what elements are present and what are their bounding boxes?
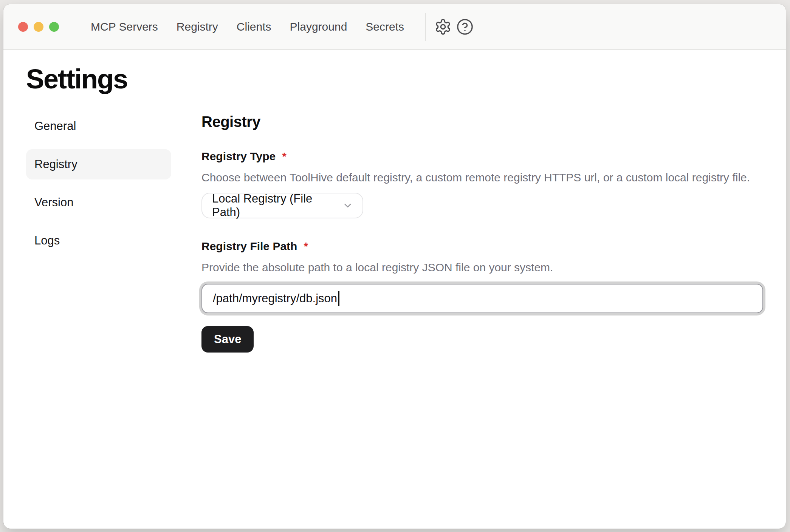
registry-file-path-label: Registry File Path * <box>201 240 763 253</box>
titlebar: MCP Servers Registry Clients Playground … <box>3 4 786 50</box>
traffic-lights <box>18 22 59 32</box>
sidebar-item-version[interactable]: Version <box>26 187 171 218</box>
registry-file-path-input[interactable]: /path/myregistry/db.json <box>201 284 763 313</box>
settings-sidebar: General Registry Version Logs <box>26 111 171 264</box>
page-title: Settings <box>26 63 763 95</box>
registry-file-path-field: Registry File Path * Provide the absolut… <box>201 240 763 314</box>
sidebar-item-registry[interactable]: Registry <box>26 149 171 179</box>
registry-type-select[interactable]: Local Registry (File Path) <box>201 193 363 218</box>
nav-divider <box>425 13 426 41</box>
required-asterisk: * <box>304 240 308 253</box>
window-close-button[interactable] <box>18 22 28 32</box>
select-value: Local Registry (File Path) <box>212 192 335 219</box>
window-maximize-button[interactable] <box>49 22 59 32</box>
app-window: MCP Servers Registry Clients Playground … <box>3 4 786 529</box>
sidebar-item-general[interactable]: General <box>26 111 171 141</box>
required-asterisk: * <box>282 150 287 163</box>
input-value: /path/myregistry/db.json <box>213 292 337 305</box>
field-label-text: Registry Type <box>201 150 276 163</box>
nav-item-mcp-servers[interactable]: MCP Servers <box>91 21 158 32</box>
registry-type-description: Choose between ToolHive default registry… <box>201 171 763 184</box>
text-caret <box>338 291 339 306</box>
save-button[interactable]: Save <box>201 326 254 353</box>
nav-item-registry[interactable]: Registry <box>177 21 218 32</box>
registry-settings-panel: Registry Registry Type * Choose between … <box>201 111 763 353</box>
settings-page: Settings General Registry Version Logs R… <box>3 50 786 529</box>
nav-item-playground[interactable]: Playground <box>290 21 347 32</box>
chevron-down-icon <box>335 200 353 211</box>
settings-button[interactable] <box>432 16 454 38</box>
gear-icon <box>434 18 452 36</box>
registry-type-label: Registry Type * <box>201 150 763 163</box>
nav-item-clients[interactable]: Clients <box>237 21 271 32</box>
section-heading: Registry <box>201 113 763 131</box>
registry-file-path-description: Provide the absolute path to a local reg… <box>201 261 763 274</box>
help-button[interactable] <box>454 16 476 38</box>
window-minimize-button[interactable] <box>34 22 43 32</box>
help-circle-icon <box>456 18 474 36</box>
top-nav: MCP Servers Registry Clients Playground … <box>91 21 404 32</box>
field-label-text: Registry File Path <box>201 240 297 253</box>
sidebar-item-logs[interactable]: Logs <box>26 226 171 256</box>
nav-item-secrets[interactable]: Secrets <box>366 21 404 32</box>
registry-type-field: Registry Type * Choose between ToolHive … <box>201 150 763 218</box>
